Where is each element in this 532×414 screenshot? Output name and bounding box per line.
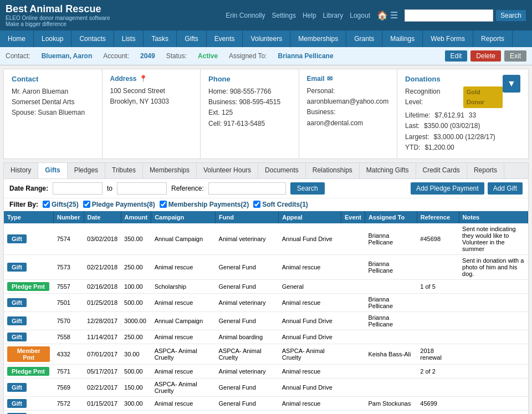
cell-type[interactable]: Gift: [4, 330, 53, 344]
cell-type[interactable]: Member Pmt: [4, 344, 53, 364]
table-row[interactable]: Gift 7573 02/21/2018 250.00 Animal rescu…: [4, 254, 528, 279]
add-gift-button[interactable]: Add Gift: [488, 182, 523, 195]
type-button[interactable]: Gift: [7, 234, 27, 243]
tab-credit-cards[interactable]: Credit Cards: [416, 163, 467, 178]
cell-type[interactable]: Gift: [4, 223, 53, 255]
global-search-input[interactable]: [405, 9, 493, 22]
type-button[interactable]: Gift: [7, 298, 27, 307]
tab-gifts[interactable]: Gifts: [38, 163, 67, 178]
cell-date: 03/02/2018: [84, 223, 121, 255]
tab-pledges[interactable]: Pledges: [68, 163, 105, 178]
nav-contacts[interactable]: Contacts: [71, 30, 114, 47]
col-type: Type: [4, 211, 53, 223]
list-icon[interactable]: ☰: [390, 10, 398, 21]
table-row[interactable]: Gift 7558 11/14/2017 250.00 Animal rescu…: [4, 330, 528, 344]
cell-number: 7572: [53, 396, 84, 410]
tab-tributes[interactable]: Tributes: [105, 163, 143, 178]
address-line1: 100 Second Street: [110, 86, 193, 96]
date-from-input[interactable]: [53, 182, 103, 195]
table-row[interactable]: Gift 7570 12/28/2017 3000.00 Annual Camp…: [4, 311, 528, 330]
tab-relationships[interactable]: Relationships: [306, 163, 360, 178]
nav-gifts[interactable]: Gifts: [177, 30, 207, 47]
library-link[interactable]: Library: [323, 12, 344, 19]
settings-link[interactable]: Settings: [272, 12, 296, 19]
global-search-button[interactable]: Search: [495, 9, 526, 22]
filter-membership-payments-checkbox[interactable]: Membership Payments(2): [160, 201, 249, 208]
tab-volunteer-hours[interactable]: Volunteer Hours: [197, 163, 258, 178]
nav-grants[interactable]: Grants: [346, 30, 382, 47]
app-header: Best Animal Rescue ELEO Online donor man…: [0, 0, 532, 30]
tab-history[interactable]: History: [4, 163, 38, 178]
nav-lists[interactable]: Lists: [114, 30, 144, 47]
type-button[interactable]: Gift: [7, 316, 27, 325]
type-button[interactable]: Pledge Pmt: [7, 282, 49, 291]
type-button[interactable]: Gift: [7, 399, 27, 408]
cell-type[interactable]: Gift: [4, 396, 53, 410]
type-button[interactable]: Gift: [7, 333, 27, 341]
filter-pledge-payments-checkbox[interactable]: Pledge Payments(8): [83, 201, 155, 208]
cell-type[interactable]: Gift: [4, 410, 53, 414]
type-button[interactable]: Pledge Pmt: [7, 367, 49, 376]
search-icons: 🏠 ☰: [377, 10, 398, 21]
cell-type[interactable]: Pledge Pmt: [4, 279, 53, 293]
nav-reports[interactable]: Reports: [473, 30, 513, 47]
cell-type[interactable]: Gift: [4, 293, 53, 311]
nav-tasks[interactable]: Tasks: [144, 30, 177, 47]
table-row[interactable]: Member Pmt 4332 07/01/2017 30.00 ASPCA- …: [4, 344, 528, 364]
table-row[interactable]: Gift 7569 02/21/2017 150.00 ASPCA- Anima…: [4, 378, 528, 396]
contact-name[interactable]: Blueman, Aaron: [42, 52, 93, 60]
nav-mailings[interactable]: Mailings: [382, 30, 423, 47]
table-row[interactable]: Pledge Pmt 7557 02/16/2018 100.00 Schola…: [4, 279, 528, 293]
tab-matching-gifts[interactable]: Matching Gifts: [360, 163, 416, 178]
nav-memberships[interactable]: Memberships: [290, 30, 346, 47]
tab-memberships[interactable]: Memberships: [143, 163, 197, 178]
cell-number: 7571: [53, 364, 84, 378]
table-row[interactable]: Gift 7501 01/25/2018 500.00 Animal rescu…: [4, 293, 528, 311]
header-right: Erin Connolly Settings Help Library Logo…: [226, 9, 526, 22]
reference-input[interactable]: [208, 182, 286, 195]
filter-soft-credits-checkbox[interactable]: Soft Credits(1): [253, 201, 308, 208]
exit-button[interactable]: Exit: [504, 50, 526, 62]
nav-events[interactable]: Events: [207, 30, 243, 47]
delete-button[interactable]: Delete: [470, 50, 501, 62]
cell-appeal: Animal rescue: [279, 396, 341, 410]
cell-fund: General Fund: [216, 254, 279, 279]
donations-expand-button[interactable]: ▼: [503, 75, 520, 93]
edit-button[interactable]: Edit: [445, 50, 468, 62]
nav-volunteers[interactable]: Volunteers: [243, 30, 290, 47]
lifetime-row: Lifetime: $7,612.91 33: [405, 110, 503, 121]
table-row[interactable]: Gift 7574 03/02/2018 350.00 Annual Campa…: [4, 223, 528, 255]
tab-reports[interactable]: Reports: [467, 163, 504, 178]
date-to-input[interactable]: [117, 182, 167, 195]
cell-type[interactable]: Gift: [4, 254, 53, 279]
add-pledge-payment-button[interactable]: Add Pledge Payment: [411, 182, 484, 195]
table-row[interactable]: Pledge Pmt 7571 05/17/2017 500.00 Animal…: [4, 364, 528, 378]
home-icon[interactable]: 🏠: [377, 10, 388, 21]
cell-reference: [417, 293, 459, 311]
cell-fund: Animal boarding: [216, 330, 279, 344]
tab-documents[interactable]: Documents: [258, 163, 306, 178]
cell-event: [341, 378, 365, 396]
cell-number: 7569: [53, 378, 84, 396]
cell-type[interactable]: Gift: [4, 311, 53, 330]
cell-notes: [459, 311, 528, 330]
help-link[interactable]: Help: [303, 12, 316, 19]
cell-notes: [459, 293, 528, 311]
type-button[interactable]: Member Pmt: [7, 346, 50, 362]
cell-reference: [417, 311, 459, 330]
account-value[interactable]: 2049: [140, 52, 155, 60]
nav-home[interactable]: Home: [0, 30, 34, 47]
table-row[interactable]: Gift 7572 01/15/2017 300.00 Animal rescu…: [4, 396, 528, 410]
nav-lookup[interactable]: Lookup: [34, 30, 71, 47]
donations-content: Recognition Level: Gold Donor Lifetime: …: [405, 86, 503, 153]
table-row[interactable]: Gift 4369 03/23/2016 150.00 General Fund: [4, 410, 528, 414]
nav-webforms[interactable]: Web Forms: [423, 30, 473, 47]
type-button[interactable]: Gift: [7, 263, 27, 272]
cell-type[interactable]: Pledge Pmt: [4, 364, 53, 378]
cell-type[interactable]: Gift: [4, 378, 53, 396]
cell-reference: 1 of 5: [417, 279, 459, 293]
type-button[interactable]: Gift: [7, 383, 27, 392]
filter-search-button[interactable]: Search: [290, 182, 325, 195]
logout-link[interactable]: Logout: [350, 12, 370, 19]
filter-gifts-checkbox[interactable]: Gifts(25): [43, 201, 79, 208]
